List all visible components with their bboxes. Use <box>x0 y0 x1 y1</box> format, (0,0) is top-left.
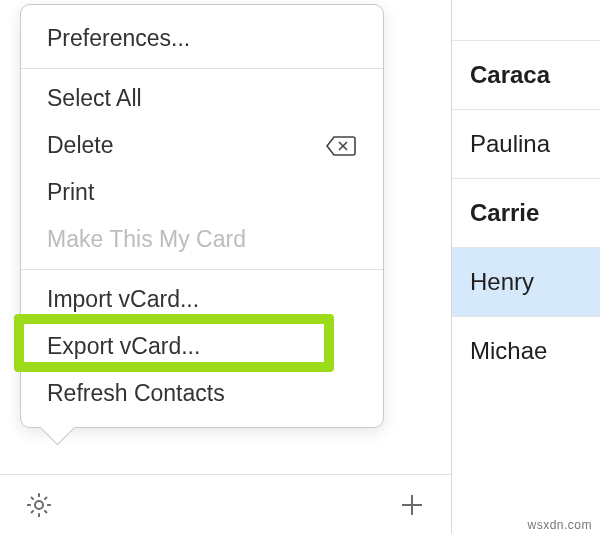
backspace-icon <box>325 135 357 157</box>
svg-point-2 <box>35 501 43 509</box>
settings-button[interactable] <box>20 486 58 524</box>
menu-label: Export vCard... <box>47 333 200 360</box>
menu-export-vcard[interactable]: Export vCard... <box>21 323 383 370</box>
contact-name: Caraca <box>470 61 550 88</box>
contact-name: Henry <box>470 268 534 295</box>
settings-popover: Preferences... Select All Delete Print <box>20 4 384 428</box>
contact-name: Michae <box>470 337 547 364</box>
menu-label: Preferences... <box>47 25 190 52</box>
menu-label: Import vCard... <box>47 286 199 313</box>
contact-name: Carrie <box>470 199 539 226</box>
menu-label: Make This My Card <box>47 226 246 253</box>
menu-label: Select All <box>47 85 142 112</box>
menu-separator <box>21 269 383 270</box>
menu-preferences[interactable]: Preferences... <box>21 15 383 62</box>
app-window: Preferences... Select All Delete Print <box>0 0 600 534</box>
plus-icon <box>397 490 427 520</box>
menu-label: Delete <box>47 132 113 159</box>
menu-separator <box>21 68 383 69</box>
menu-delete[interactable]: Delete <box>21 122 383 169</box>
contact-name: Paulina <box>470 130 550 157</box>
list-item[interactable]: Henry <box>452 247 600 316</box>
menu-select-all[interactable]: Select All <box>21 75 383 122</box>
list-item[interactable]: Carrie <box>452 178 600 247</box>
list-item[interactable]: Paulina <box>452 109 600 178</box>
menu-label: Refresh Contacts <box>47 380 225 407</box>
menu-import-vcard[interactable]: Import vCard... <box>21 276 383 323</box>
add-contact-button[interactable] <box>393 486 431 524</box>
watermark: wsxdn.com <box>527 518 592 532</box>
gear-icon <box>24 490 54 520</box>
list-item[interactable]: Michae <box>452 316 600 385</box>
bottom-toolbar <box>0 474 451 534</box>
menu-refresh-contacts[interactable]: Refresh Contacts <box>21 370 383 417</box>
menu-print[interactable]: Print <box>21 169 383 216</box>
left-pane: Preferences... Select All Delete Print <box>0 0 452 534</box>
menu-label: Print <box>47 179 94 206</box>
menu-make-my-card: Make This My Card <box>21 216 383 263</box>
contacts-list: Caraca Paulina Carrie Henry Michae <box>452 0 600 534</box>
list-item[interactable]: Caraca <box>452 40 600 109</box>
